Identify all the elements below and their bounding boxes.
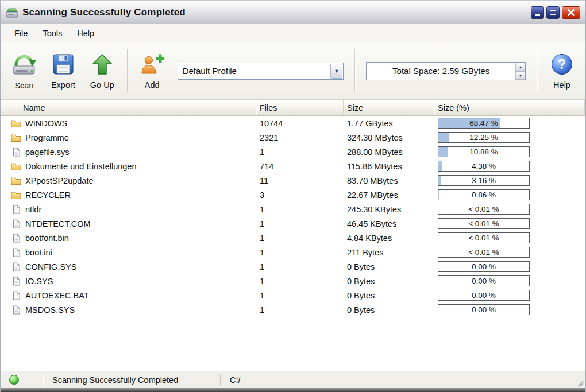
file-table-body: WINDOWS 10744 1.77 GBytes 68.47 % Prog xyxy=(1,116,585,371)
table-row[interactable]: boot.ini 1 211 Bytes < 0.01 % xyxy=(1,245,585,259)
current-path: C:/ xyxy=(221,375,585,385)
row-size: 324.30 MBytes xyxy=(344,133,434,142)
maximize-button[interactable] xyxy=(546,6,560,19)
percent-label: 0.00 % xyxy=(438,305,529,315)
folder-icon xyxy=(11,191,21,199)
row-name: AUTOEXEC.BAT xyxy=(25,291,89,300)
table-row[interactable]: XPpostSP2update 11 83.70 MBytes 3.16 % xyxy=(1,173,585,188)
table-row[interactable]: Programme 2321 324.30 MBytes 12.25 % xyxy=(1,130,585,145)
file-icon xyxy=(13,205,20,214)
help-button[interactable]: ? Help xyxy=(542,45,581,97)
table-row[interactable]: NTDETECT.COM 1 46.45 KBytes < 0.01 % xyxy=(1,216,585,231)
minimize-button[interactable] xyxy=(531,6,544,19)
menu-file[interactable]: File xyxy=(7,26,35,41)
go-up-button[interactable]: Go Up xyxy=(83,45,122,97)
resize-grip[interactable] xyxy=(576,379,584,387)
row-name: XPpostSP2update xyxy=(25,176,94,185)
table-header: Name Files Size Size (%) xyxy=(1,100,585,116)
row-size: 46.45 KBytes xyxy=(344,219,434,228)
column-header-name[interactable]: Name xyxy=(1,100,256,115)
table-row[interactable]: bootfont.bin 1 4.84 KBytes < 0.01 % xyxy=(1,231,585,245)
row-files: 714 xyxy=(256,162,344,171)
file-icon xyxy=(13,277,20,286)
size-percent-bar: 0.00 % xyxy=(438,261,530,272)
svg-text:?: ? xyxy=(558,57,566,72)
folder-icon xyxy=(11,119,21,127)
add-label: Add xyxy=(145,80,160,90)
column-header-size-percent[interactable]: Size (%) xyxy=(434,100,585,115)
folder-icon xyxy=(11,134,21,142)
size-percent-bar: 0.86 % xyxy=(438,189,530,200)
row-files: 1 xyxy=(256,291,344,300)
total-space-value: Total Space: 2.59 GBytes xyxy=(367,63,515,80)
table-row[interactable]: RECYCLER 3 22.67 MBytes 0.86 % xyxy=(1,188,585,202)
percent-label: 12.25 % xyxy=(438,133,529,142)
folder-icon xyxy=(11,177,21,185)
row-name: CONFIG.SYS xyxy=(25,262,76,271)
percent-label: 0.00 % xyxy=(438,262,529,271)
scan-icon xyxy=(11,52,37,76)
close-icon xyxy=(567,9,575,17)
table-row[interactable]: IO.SYS 1 0 Bytes 0.00 % xyxy=(1,274,585,288)
row-files: 1 xyxy=(256,277,344,286)
row-size: 245.30 KBytes xyxy=(344,205,434,214)
row-size: 288.00 MBytes xyxy=(344,148,434,157)
table-row[interactable]: ntldr 1 245.30 KBytes < 0.01 % xyxy=(1,202,585,216)
row-files: 1 xyxy=(256,305,344,315)
row-name: bootfont.bin xyxy=(25,234,69,243)
table-row[interactable]: pagefile.sys 1 288.00 MBytes 10.88 % xyxy=(1,145,585,159)
size-percent-bar: 3.16 % xyxy=(438,175,530,186)
help-icon: ? xyxy=(550,53,573,76)
total-space-field[interactable]: Total Space: 2.59 GBytes ▲ ▼ xyxy=(366,62,526,80)
spin-up-button[interactable]: ▲ xyxy=(516,63,525,71)
close-button[interactable] xyxy=(562,6,580,19)
file-icon xyxy=(13,248,20,257)
status-led-icon xyxy=(9,375,19,385)
row-name: IO.SYS xyxy=(25,277,53,286)
row-size: 0 Bytes xyxy=(344,291,434,300)
row-size: 115.86 MBytes xyxy=(344,162,434,171)
row-name: ntldr xyxy=(25,205,41,214)
row-files: 1 xyxy=(256,248,344,257)
profile-dropdown[interactable]: Default Profile ▼ xyxy=(178,63,344,80)
size-percent-bar: 4.38 % xyxy=(438,161,530,172)
row-name: Dokumente und Einstellungen xyxy=(25,162,136,171)
status-text: Scanning Successfully Completed xyxy=(43,375,220,385)
file-icon xyxy=(13,291,20,300)
toolbar: Scan Export Go Up Add xyxy=(1,42,585,100)
file-icon xyxy=(13,148,20,157)
help-label: Help xyxy=(553,80,570,90)
app-window: Scanning Successfully Completed File Too… xyxy=(0,0,586,392)
profile-dropdown-value: Default Profile xyxy=(178,66,331,76)
table-row[interactable]: AUTOEXEC.BAT 1 0 Bytes 0.00 % xyxy=(1,288,585,302)
table-row[interactable]: Dokumente und Einstellungen 714 115.86 M… xyxy=(1,159,585,173)
row-name: NTDETECT.COM xyxy=(25,219,91,228)
menu-help[interactable]: Help xyxy=(70,26,102,41)
table-row[interactable]: MSDOS.SYS 1 0 Bytes 0.00 % xyxy=(1,302,585,317)
table-row[interactable]: WINDOWS 10744 1.77 GBytes 68.47 % xyxy=(1,116,585,130)
toolbar-separator xyxy=(537,49,537,92)
table-row[interactable]: CONFIG.SYS 1 0 Bytes 0.00 % xyxy=(1,259,585,274)
add-button[interactable]: Add xyxy=(133,45,172,97)
menu-tools[interactable]: Tools xyxy=(35,26,70,41)
add-user-icon xyxy=(140,53,164,76)
row-name: boot.ini xyxy=(25,248,52,257)
scan-button[interactable]: Scan xyxy=(5,45,44,97)
percent-label: 10.88 % xyxy=(438,147,529,157)
spin-down-button[interactable]: ▼ xyxy=(516,71,525,80)
row-files: 10744 xyxy=(256,119,344,128)
percent-label: 0.00 % xyxy=(438,276,529,286)
title-bar: Scanning Successfully Completed xyxy=(1,1,585,24)
column-header-size[interactable]: Size xyxy=(344,100,434,115)
size-percent-bar: 10.88 % xyxy=(438,146,530,157)
size-percent-bar: 68.47 % xyxy=(438,118,530,129)
file-icon xyxy=(13,305,20,315)
row-files: 1 xyxy=(256,234,344,243)
percent-label: 0.00 % xyxy=(438,290,529,300)
folder-icon xyxy=(11,162,21,170)
column-header-files[interactable]: Files xyxy=(256,100,344,115)
size-percent-bar: 0.00 % xyxy=(438,304,530,315)
export-button[interactable]: Export xyxy=(44,45,83,97)
chevron-down-icon[interactable]: ▼ xyxy=(330,64,342,79)
size-percent-bar: 12.25 % xyxy=(438,132,530,143)
